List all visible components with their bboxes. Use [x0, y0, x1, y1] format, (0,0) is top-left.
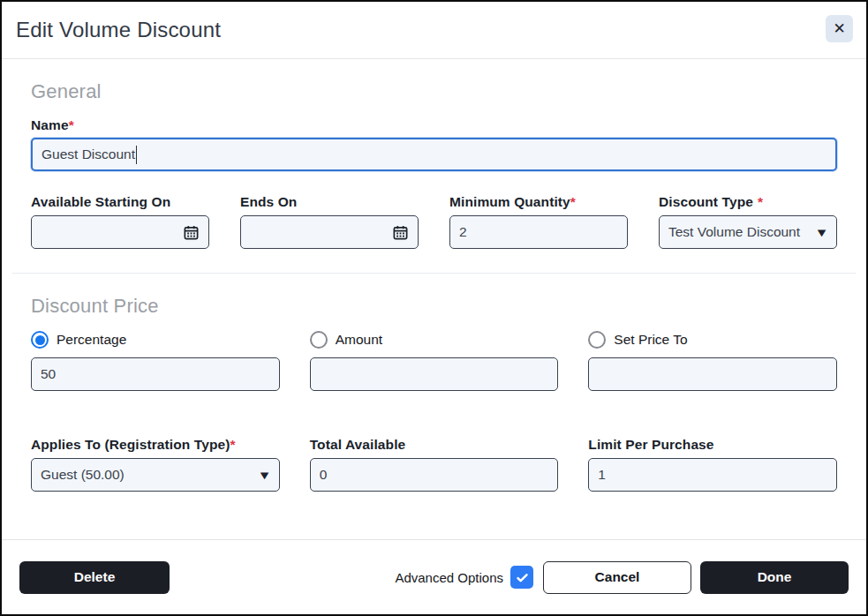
price-options-row: Percentage Amount Set Price To [31, 318, 837, 391]
applies-to-selected-value: Guest (50.00) [41, 467, 253, 483]
discount-price-section-heading: Discount Price [31, 295, 837, 318]
dialog-title: Edit Volume Discount [16, 18, 221, 42]
dialog-body: General Name* Guest Discount Available S… [2, 59, 866, 539]
available-starting-on-group: Available Starting On [31, 194, 209, 249]
cancel-button[interactable]: Cancel [543, 561, 691, 594]
dialog-header: Edit Volume Discount ✕ [2, 2, 866, 59]
dialog-footer: Delete Advanced Options Cancel Done [2, 539, 866, 614]
limit-per-purchase-input[interactable] [588, 458, 837, 492]
total-available-input[interactable] [310, 458, 559, 492]
close-icon: ✕ [833, 21, 845, 36]
set-price-to-radio-option[interactable]: Set Price To [588, 330, 837, 349]
minimum-quantity-label: Minimum Quantity* [449, 194, 628, 210]
check-icon [515, 570, 530, 585]
name-input[interactable]: Guest Discount [31, 138, 837, 171]
limit-per-purchase-group: Limit Per Purchase [588, 437, 837, 492]
set-price-to-value-input[interactable] [588, 357, 837, 391]
general-section-heading: General [31, 80, 837, 103]
total-available-label: Total Available [310, 437, 559, 453]
amount-radio-option[interactable]: Amount [310, 330, 559, 349]
percentage-value-input[interactable] [31, 357, 280, 391]
radio-unselected-icon[interactable] [588, 331, 606, 349]
set-price-to-radio-label: Set Price To [614, 332, 687, 348]
ends-on-group: Ends On [240, 194, 419, 249]
applies-to-select[interactable]: Guest (50.00) ▼ [31, 458, 280, 492]
required-asterisk: * [758, 194, 763, 209]
ends-on-label: Ends On [240, 194, 419, 210]
amount-value-input[interactable] [310, 357, 559, 391]
text-caret [136, 146, 138, 164]
required-asterisk: * [570, 194, 576, 209]
discount-type-select[interactable]: Test Volume Discount ▼ [659, 215, 837, 249]
minimum-quantity-input[interactable] [449, 215, 628, 249]
minimum-quantity-group: Minimum Quantity* [449, 194, 628, 249]
calendar-icon[interactable] [183, 224, 200, 241]
name-field-group: Name* Guest Discount [31, 117, 837, 171]
edit-volume-discount-dialog: Edit Volume Discount ✕ General Name* Gue… [0, 0, 868, 616]
advanced-options-label: Advanced Options [395, 570, 503, 585]
general-fields-row: Available Starting On [31, 194, 837, 249]
delete-button[interactable]: Delete [19, 561, 170, 594]
radio-selected-icon[interactable] [31, 331, 49, 349]
name-label: Name* [31, 117, 837, 133]
name-input-value: Guest Discount [42, 146, 135, 162]
total-available-group: Total Available [310, 437, 559, 492]
close-button[interactable]: ✕ [826, 15, 853, 42]
available-starting-on-label: Available Starting On [31, 194, 209, 210]
percentage-radio-label: Percentage [57, 332, 126, 348]
amount-option-group: Amount [310, 318, 559, 391]
required-asterisk: * [230, 437, 235, 452]
chevron-down-icon: ▼ [815, 226, 829, 239]
calendar-icon[interactable] [392, 224, 409, 241]
radio-unselected-icon[interactable] [310, 331, 328, 349]
amount-radio-label: Amount [336, 332, 382, 348]
chevron-down-icon: ▼ [257, 469, 271, 482]
discount-type-selected-value: Test Volume Discount [668, 224, 811, 240]
discount-type-label: Discount Type* [659, 194, 837, 210]
percentage-option-group: Percentage [31, 318, 280, 391]
ends-on-input[interactable] [240, 215, 419, 249]
advanced-options-checkbox[interactable] [510, 566, 533, 589]
available-starting-on-input[interactable] [31, 215, 209, 249]
section-divider [12, 273, 856, 274]
percentage-radio-option[interactable]: Percentage [31, 330, 280, 349]
applies-to-label: Applies To (Registration Type)* [31, 437, 280, 453]
required-asterisk: * [69, 117, 74, 132]
limit-per-purchase-label: Limit Per Purchase [588, 437, 837, 453]
applies-to-group: Applies To (Registration Type)* Guest (5… [31, 437, 280, 492]
discount-type-group: Discount Type* Test Volume Discount ▼ [659, 194, 837, 249]
done-button[interactable]: Done [700, 561, 849, 594]
applies-to-row: Applies To (Registration Type)* Guest (5… [31, 437, 837, 492]
set-price-to-option-group: Set Price To [588, 318, 837, 391]
